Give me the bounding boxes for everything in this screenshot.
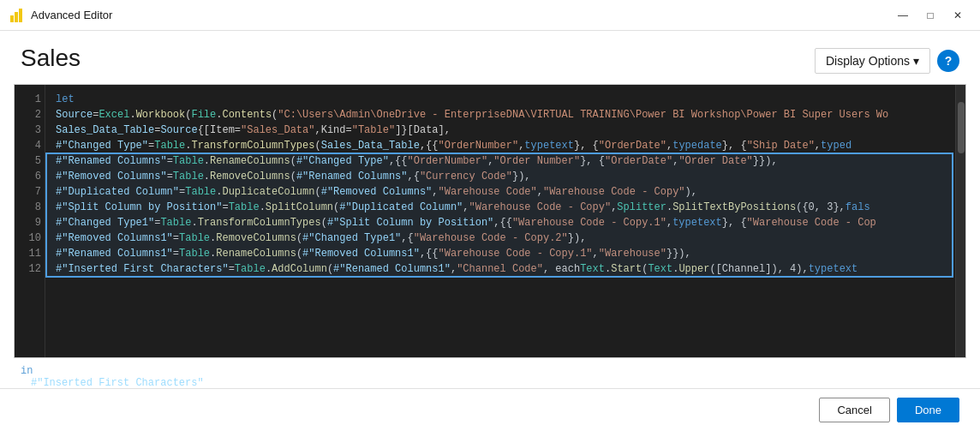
- code-line: let: [56, 92, 955, 107]
- title-bar: Advanced Editor — □ ✕: [0, 0, 980, 31]
- code-content[interactable]: let Source = Excel.Workbook(File.Content…: [45, 85, 955, 357]
- code-line: #"Renamed Columns1" = Table.RenameColumn…: [56, 246, 955, 261]
- minimize-button[interactable]: —: [891, 6, 915, 25]
- power-bi-icon: [10, 9, 24, 22]
- maximize-button[interactable]: □: [918, 6, 942, 25]
- page-title: Sales: [21, 45, 81, 72]
- display-options-button[interactable]: Display Options ▾: [815, 48, 930, 74]
- code-line: #"Duplicated Column" = Table.DuplicateCo…: [56, 184, 955, 200]
- result-expression: #"Inserted First Characters": [21, 377, 204, 389]
- code-line: #"Removed Columns" = Table.RemoveColumns…: [56, 169, 955, 184]
- cancel-button[interactable]: Cancel: [819, 398, 889, 422]
- done-button[interactable]: Done: [897, 398, 959, 422]
- title-bar-title: Advanced Editor: [31, 9, 112, 21]
- svg-rect-2: [19, 9, 22, 22]
- svg-rect-0: [10, 15, 14, 22]
- code-line: Sales_Data_Table = Source{[Item="Sales_D…: [56, 123, 955, 138]
- code-editor[interactable]: 1 2 3 4 5 6 7 8 9 10 11 12 let Source = …: [14, 84, 966, 358]
- close-button[interactable]: ✕: [946, 6, 970, 25]
- window-controls: — □ ✕: [891, 6, 970, 25]
- help-button[interactable]: ?: [937, 50, 959, 72]
- editor-inner: 1 2 3 4 5 6 7 8 9 10 11 12 let Source = …: [15, 85, 965, 357]
- code-line: #"Inserted First Characters" = Table.Add…: [56, 261, 955, 277]
- title-bar-left: Advanced Editor: [10, 9, 112, 22]
- display-options-label: Display Options: [826, 54, 910, 68]
- chevron-down-icon: ▾: [913, 54, 919, 68]
- editor-scrollbar[interactable]: [955, 85, 965, 357]
- code-line: #"Renamed Columns" = Table.RenameColumns…: [56, 153, 955, 169]
- header-right: Display Options ▾ ?: [815, 48, 959, 74]
- code-line: #"Removed Columns1" = Table.RemoveColumn…: [56, 230, 955, 246]
- code-line: Source = Excel.Workbook(File.Contents("C…: [56, 107, 955, 123]
- svg-rect-1: [15, 12, 18, 22]
- bottom-bar: Cancel Done: [0, 388, 980, 431]
- code-line: #"Split Column by Position" = Table.Spli…: [56, 200, 955, 215]
- line-numbers: 1 2 3 4 5 6 7 8 9 10 11 12: [15, 85, 45, 357]
- code-line: #"Changed Type" = Table.TransformColumnT…: [56, 138, 955, 153]
- scrollbar-thumb[interactable]: [958, 102, 965, 153]
- header-area: Sales Display Options ▾ ?: [0, 31, 980, 84]
- code-line: #"Changed Type1" = Table.TransformColumn…: [56, 215, 955, 230]
- in-keyword: in: [21, 365, 33, 377]
